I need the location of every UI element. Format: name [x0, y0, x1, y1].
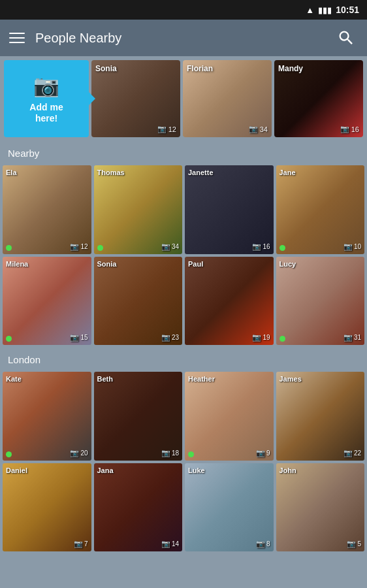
- person-name: Janette: [188, 169, 214, 176]
- photo-count: 📷10: [343, 242, 361, 251]
- page-title: People Nearby: [35, 31, 324, 46]
- search-button[interactable]: [334, 26, 358, 50]
- wifi-icon: ▲: [306, 5, 314, 15]
- person-name: Heather: [188, 375, 215, 383]
- person-card[interactable]: James📷22: [276, 372, 365, 461]
- photo-count: 📷8: [256, 540, 270, 548]
- online-dot: [279, 245, 285, 251]
- person-card[interactable]: Thomas📷34: [94, 165, 183, 254]
- person-name: Daniel: [6, 466, 27, 474]
- featured-sonia[interactable]: Sonia 📷12: [91, 60, 180, 137]
- person-name: Ela: [6, 169, 17, 176]
- photo-count: 📷18: [161, 449, 179, 457]
- person-card[interactable]: Sonia📷23: [94, 257, 183, 346]
- person-card[interactable]: Janette📷16: [185, 165, 274, 254]
- camera-icon: 📷: [161, 242, 170, 251]
- camera-icon: 📷: [347, 540, 356, 548]
- online-dot: [279, 336, 285, 342]
- person-name: Lucy: [279, 260, 296, 268]
- person-card[interactable]: Luke📷8: [185, 463, 274, 552]
- photo-count: 📷9: [256, 449, 270, 457]
- battery-icon: ▮▮▮: [318, 5, 332, 15]
- person-card[interactable]: Beth📷18: [94, 372, 183, 461]
- status-time: 10:51: [336, 5, 359, 15]
- menu-button[interactable]: [9, 33, 25, 43]
- camera-add-icon: 📷: [33, 73, 59, 98]
- nearby-grid: Ela📷12Thomas📷34Janette📷16Jane📷10Milena📷1…: [0, 163, 367, 348]
- photo-count: 📷23: [161, 333, 179, 342]
- main-content: 📷 Add me here! Sonia 📷12 Florian 📷34 Man…: [0, 56, 367, 588]
- person-name: Luke: [188, 466, 205, 474]
- camera-icon: 📷: [256, 540, 265, 548]
- person-card[interactable]: Jane📷10: [276, 165, 365, 254]
- person-name: Sonia: [97, 260, 117, 268]
- online-dot: [6, 245, 12, 251]
- featured-sonia-name: Sonia: [95, 64, 117, 73]
- camera-icon: 📷: [256, 449, 265, 457]
- online-dot: [188, 451, 194, 457]
- london-section-header: London: [0, 348, 367, 369]
- person-card[interactable]: Milena📷15: [3, 257, 91, 346]
- person-name: Milena: [6, 260, 28, 268]
- person-card[interactable]: Paul📷19: [185, 257, 274, 346]
- photo-count: 📷15: [70, 333, 88, 342]
- add-me-card[interactable]: 📷 Add me here!: [4, 60, 89, 137]
- camera-icon: 📷: [161, 449, 170, 457]
- status-bar: ▲ ▮▮▮ 10:51: [0, 0, 367, 20]
- photo-count: 📷20: [70, 449, 88, 457]
- featured-row: 📷 Add me here! Sonia 📷12 Florian 📷34 Man…: [0, 56, 367, 141]
- camera-icon: 📷: [343, 449, 353, 457]
- camera-icon: 📷: [343, 333, 353, 342]
- photo-count: 📷19: [252, 333, 270, 342]
- camera-icon: 📷: [252, 333, 261, 342]
- photo-count: 📷12: [70, 242, 88, 251]
- featured-mandy-name: Mandy: [278, 64, 303, 73]
- photo-count: 📷22: [343, 449, 361, 457]
- person-name: John: [279, 466, 296, 474]
- photo-count: 📷16: [252, 242, 270, 251]
- nearby-section-header: Nearby: [0, 141, 367, 163]
- person-card[interactable]: Lucy📷31: [276, 257, 365, 346]
- photo-count: 📷7: [74, 540, 88, 548]
- online-dot: [97, 245, 103, 251]
- add-me-text: Add me here!: [29, 102, 63, 124]
- camera-icon: 📷: [252, 242, 261, 251]
- status-icons: ▲ ▮▮▮ 10:51: [306, 5, 359, 15]
- photo-count: 📷34: [161, 242, 179, 251]
- person-name: Kate: [6, 375, 22, 383]
- person-name: Jana: [97, 466, 114, 474]
- featured-mandy[interactable]: Mandy 📷16: [274, 60, 363, 137]
- person-card[interactable]: Daniel📷7: [3, 463, 91, 552]
- featured-florian-count: 📷34: [249, 125, 268, 133]
- photo-count: 📷31: [343, 333, 361, 342]
- person-name: Jane: [279, 169, 296, 176]
- person-name: Thomas: [97, 169, 125, 176]
- person-card[interactable]: Kate📷20: [3, 372, 91, 461]
- person-card[interactable]: John📷5: [276, 463, 365, 552]
- featured-sonia-count: 📷12: [157, 125, 176, 133]
- person-card[interactable]: Jana📷14: [94, 463, 183, 552]
- person-name: Paul: [188, 260, 203, 268]
- camera-icon: 📷: [161, 540, 170, 548]
- camera-icon: 📷: [74, 540, 83, 548]
- london-grid: Kate📷20Beth📷18Heather📷9James📷22Daniel📷7J…: [0, 369, 367, 554]
- person-name: James: [279, 375, 302, 383]
- camera-icon: 📷: [70, 449, 79, 457]
- online-dot: [6, 451, 12, 457]
- featured-mandy-count: 📷16: [340, 125, 359, 133]
- person-card[interactable]: Heather📷9: [185, 372, 274, 461]
- person-card[interactable]: Ela📷12: [3, 165, 91, 254]
- person-name: Beth: [97, 375, 113, 383]
- photo-count: 📷5: [347, 540, 361, 548]
- top-bar: People Nearby: [0, 20, 367, 56]
- camera-icon: 📷: [343, 242, 353, 251]
- camera-icon: 📷: [70, 333, 79, 342]
- camera-icon: 📷: [70, 242, 79, 251]
- featured-florian[interactable]: Florian 📷34: [183, 60, 272, 137]
- online-dot: [6, 336, 12, 342]
- photo-count: 📷14: [161, 540, 179, 548]
- camera-icon: 📷: [161, 333, 170, 342]
- featured-florian-name: Florian: [187, 64, 213, 73]
